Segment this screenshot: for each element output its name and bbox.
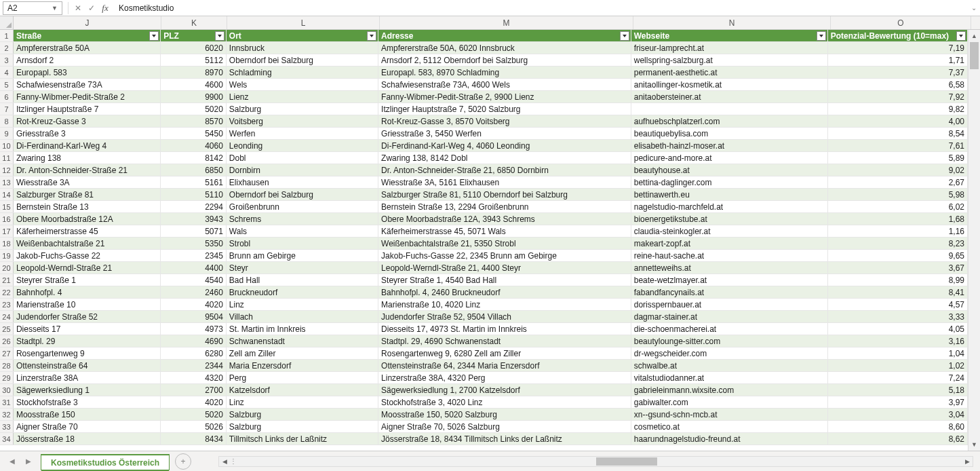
filter-icon[interactable] xyxy=(215,31,224,41)
fx-icon[interactable]: fx xyxy=(98,1,112,15)
cell-webseite[interactable]: haarundnagelstudio-freund.at xyxy=(631,433,828,445)
cell-webseite[interactable]: makeart-zopf.at xyxy=(631,238,828,249)
row-header[interactable]: 26 xyxy=(0,335,14,347)
cell-webseite[interactable]: anitaollinger-kosmetik.at xyxy=(631,79,828,90)
row-header[interactable]: 14 xyxy=(0,189,14,200)
filter-icon[interactable] xyxy=(817,31,826,41)
cell-webseite[interactable]: schwalbe.at xyxy=(631,360,828,371)
row-header[interactable]: 30 xyxy=(0,384,14,396)
cell-strasse[interactable]: Steyrer Straße 1 xyxy=(14,274,161,286)
cancel-icon[interactable]: ✕ xyxy=(71,1,85,15)
cell-ort[interactable]: Lienz xyxy=(227,91,378,102)
cell-ort[interactable]: Oberndorf bei Salzburg xyxy=(227,54,378,66)
cell-ort[interactable]: Bad Hall xyxy=(227,274,378,286)
row-header[interactable]: 18 xyxy=(0,238,14,249)
cell-adresse[interactable]: Linzerstraße 38A, 4320 Perg xyxy=(378,372,631,383)
cell-plz[interactable]: 4973 xyxy=(161,323,227,335)
cell-plz[interactable]: 2294 xyxy=(161,201,227,212)
cell-adresse[interactable]: Aigner Straße 70, 5026 Salzburg xyxy=(378,421,631,432)
cell-potenzial[interactable]: 1,68 xyxy=(828,213,968,225)
cell-plz[interactable]: 4060 xyxy=(161,140,227,151)
cell-strasse[interactable]: Itzlinger Hauptstraße 7 xyxy=(14,103,161,115)
row-header[interactable]: 34 xyxy=(0,433,14,445)
scroll-thumb[interactable] xyxy=(970,42,979,69)
cell-webseite[interactable] xyxy=(631,103,828,115)
cell-potenzial[interactable]: 8,99 xyxy=(828,274,968,286)
cell-adresse[interactable]: Ampfererstraße 50A, 6020 Innsbruck xyxy=(378,42,631,54)
cell-plz[interactable]: 4400 xyxy=(161,262,227,274)
col-header-K[interactable]: K xyxy=(161,16,227,29)
cell-ort[interactable]: Katzelsdorf xyxy=(227,384,378,396)
cell-strasse[interactable]: Ampfererstraße 50A xyxy=(14,42,161,54)
row-header[interactable]: 5 xyxy=(0,79,14,90)
cell-strasse[interactable]: Diesseits 17 xyxy=(14,323,161,335)
row-header[interactable]: 19 xyxy=(0,250,14,261)
cell-webseite[interactable]: dagmar-stainer.at xyxy=(631,311,828,322)
cell-potenzial[interactable]: 7,19 xyxy=(828,42,968,54)
cell-potenzial[interactable]: 2,67 xyxy=(828,176,968,188)
row-header[interactable]: 22 xyxy=(0,286,14,298)
cell-potenzial[interactable]: 3,33 xyxy=(828,311,968,322)
cell-ort[interactable]: Steyr xyxy=(227,262,378,274)
cell-ort[interactable]: Perg xyxy=(227,372,378,383)
cell-ort[interactable]: Tillmitsch Links der Laßnitz xyxy=(227,433,378,445)
row-header[interactable]: 23 xyxy=(0,299,14,310)
cell-adresse[interactable]: Obere Moorbadstraße 12A, 3943 Schrems xyxy=(378,213,631,225)
tab-prev-icon[interactable]: ◀ xyxy=(9,457,15,465)
expand-formula-icon[interactable]: ⌄ xyxy=(968,4,980,12)
cell-ort[interactable]: Elixhausen xyxy=(227,176,378,188)
scroll-left-icon[interactable]: ◀ xyxy=(219,458,230,465)
cell-strasse[interactable]: Rot-Kreuz-Gasse 3 xyxy=(14,115,161,127)
cell-plz[interactable]: 8142 xyxy=(161,152,227,164)
cell-strasse[interactable]: Moosstraße 150 xyxy=(14,409,161,420)
cell-plz[interactable]: 5020 xyxy=(161,103,227,115)
row-header[interactable]: 4 xyxy=(0,67,14,78)
cell-ort[interactable]: Schwanenstadt xyxy=(227,335,378,347)
cell-plz[interactable]: 2344 xyxy=(161,360,227,371)
cell-webseite[interactable]: dr-wegscheider.com xyxy=(631,347,828,359)
cell-adresse[interactable]: Zwaring 138, 8142 Dobl xyxy=(378,152,631,164)
cell-adresse[interactable]: Jakob-Fuchs-Gasse 22, 2345 Brunn am Gebi… xyxy=(378,250,631,261)
cell-adresse[interactable]: Itzlinger Hauptstraße 7, 5020 Salzburg xyxy=(378,103,631,115)
cell-strasse[interactable]: Leopold-Werndl-Straße 21 xyxy=(14,262,161,274)
cell-ort[interactable]: Schladming xyxy=(227,67,378,78)
cell-plz[interactable]: 8434 xyxy=(161,433,227,445)
cell-potenzial[interactable]: 7,24 xyxy=(828,372,968,383)
cell-plz[interactable]: 6850 xyxy=(161,164,227,176)
cell-adresse[interactable]: Dr. Anton-Schneider-Straße 21, 6850 Dorn… xyxy=(378,164,631,176)
cell-strasse[interactable]: Bahnhofpl. 4 xyxy=(14,286,161,298)
cell-strasse[interactable]: Sägewerksiedlung 1 xyxy=(14,384,161,396)
cell-ort[interactable]: Leonding xyxy=(227,140,378,151)
cell-plz[interactable]: 2700 xyxy=(161,384,227,396)
cell-potenzial[interactable]: 4,00 xyxy=(828,115,968,127)
tab-next-icon[interactable]: ▶ xyxy=(26,457,31,465)
row-header[interactable]: 13 xyxy=(0,176,14,188)
cell-plz[interactable]: 8970 xyxy=(161,67,227,78)
cell-strasse[interactable]: Obere Moorbadstraße 12A xyxy=(14,213,161,225)
scroll-down-icon[interactable]: ▼ xyxy=(968,438,980,451)
cell-adresse[interactable]: Leopold-Werndl-Straße 21, 4400 Steyr xyxy=(378,262,631,274)
cell-plz[interactable]: 4020 xyxy=(161,396,227,408)
cell-strasse[interactable]: Linzerstraße 38A xyxy=(14,372,161,383)
cell-ort[interactable]: Linz xyxy=(227,299,378,310)
cell-potenzial[interactable]: 7,92 xyxy=(828,91,968,102)
cell-strasse[interactable]: Di-Ferdinand-Karl-Weg 4 xyxy=(14,140,161,151)
cell-potenzial[interactable]: 5,98 xyxy=(828,189,968,200)
cell-potenzial[interactable]: 1,16 xyxy=(828,225,968,237)
cell-potenzial[interactable]: 4,57 xyxy=(828,299,968,310)
cell-strasse[interactable]: Rosengartenweg 9 xyxy=(14,347,161,359)
cell-ort[interactable]: Zell am Ziller xyxy=(227,347,378,359)
cell-webseite[interactable]: beautiquebylisa.com xyxy=(631,128,828,139)
header-ort[interactable]: Ort xyxy=(227,30,378,41)
row-header[interactable]: 17 xyxy=(0,225,14,237)
cell-plz[interactable]: 9900 xyxy=(161,91,227,102)
cell-webseite[interactable]: bettinawerth.eu xyxy=(631,189,828,200)
cell-webseite[interactable]: gabrieleinmann.wixsite.com xyxy=(631,384,828,396)
cell-potenzial[interactable]: 1,02 xyxy=(828,360,968,371)
cell-ort[interactable]: Werfen xyxy=(227,128,378,139)
cell-adresse[interactable]: Fanny-Wibmer-Pedit-Straße 2, 9900 Lienz xyxy=(378,91,631,102)
cell-adresse[interactable]: Diesseits 17, 4973 St. Martin im Innkrei… xyxy=(378,323,631,335)
cell-ort[interactable]: Bruckneudorf xyxy=(227,286,378,298)
cell-potenzial[interactable]: 3,04 xyxy=(828,409,968,420)
cell-plz[interactable]: 5071 xyxy=(161,225,227,237)
